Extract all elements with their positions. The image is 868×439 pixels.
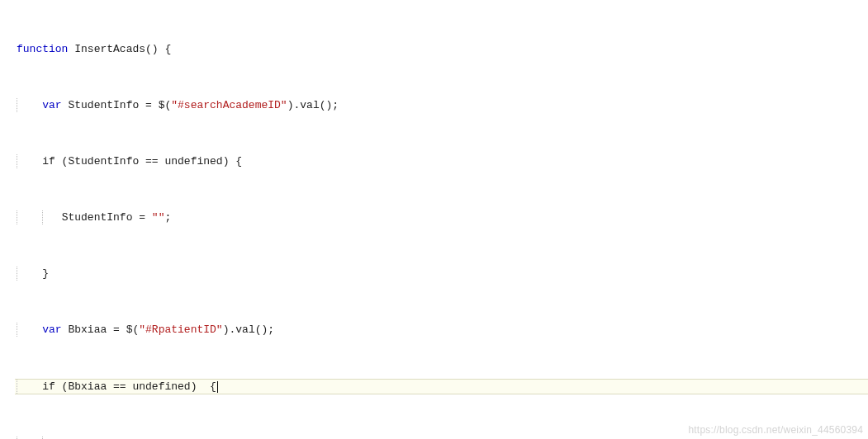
- watermark: https://blog.csdn.net/weixin_44560394: [688, 423, 863, 437]
- keyword-var: var: [42, 323, 61, 336]
- code-line[interactable]: if (StudentInfo == undefined) {: [15, 154, 868, 168]
- code-line[interactable]: StudentInfo = "";: [15, 210, 868, 224]
- code-line[interactable]: function InsertAcads() {: [15, 42, 868, 56]
- code-editor[interactable]: //打印 function InsertAcads() { var Studen…: [0, 0, 868, 439]
- keyword-var: var: [42, 99, 61, 111]
- code-line[interactable]: }: [15, 267, 868, 281]
- code-line-active[interactable]: if (Bbxiaa == undefined) {: [15, 379, 868, 394]
- code-line[interactable]: var Bbxiaa = $("#RpatientID").val();: [15, 323, 868, 337]
- text-cursor: [217, 381, 218, 393]
- string-literal: "#RpatientID": [139, 323, 222, 336]
- fn-name: InsertAcads: [68, 43, 145, 55]
- string-literal: "": [152, 211, 165, 224]
- keyword-function: function: [17, 43, 68, 55]
- code-area[interactable]: function InsertAcads() { var StudentInfo…: [15, 0, 868, 439]
- string-literal: "#searchAcademeID": [171, 99, 287, 111]
- gutter: [0, 0, 15, 439]
- code-line[interactable]: var StudentInfo = $("#searchAcademeID").…: [15, 98, 868, 112]
